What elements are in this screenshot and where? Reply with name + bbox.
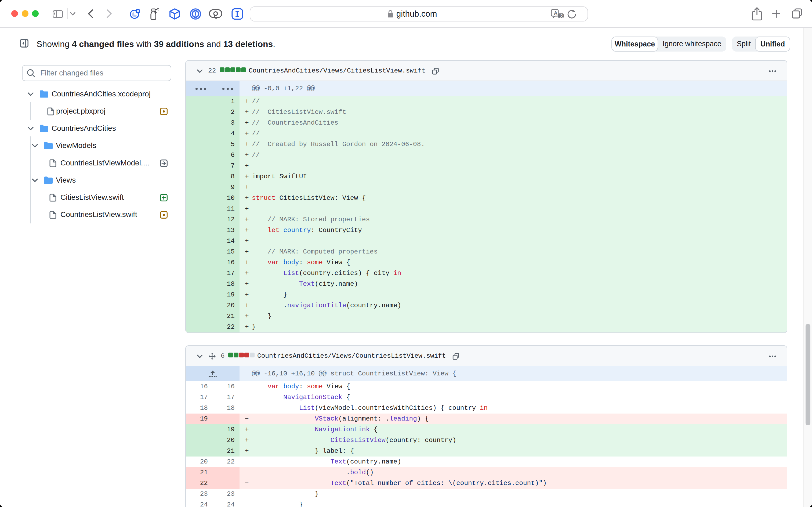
svg-text:文: 文	[559, 13, 564, 18]
svg-text:A: A	[554, 10, 558, 16]
